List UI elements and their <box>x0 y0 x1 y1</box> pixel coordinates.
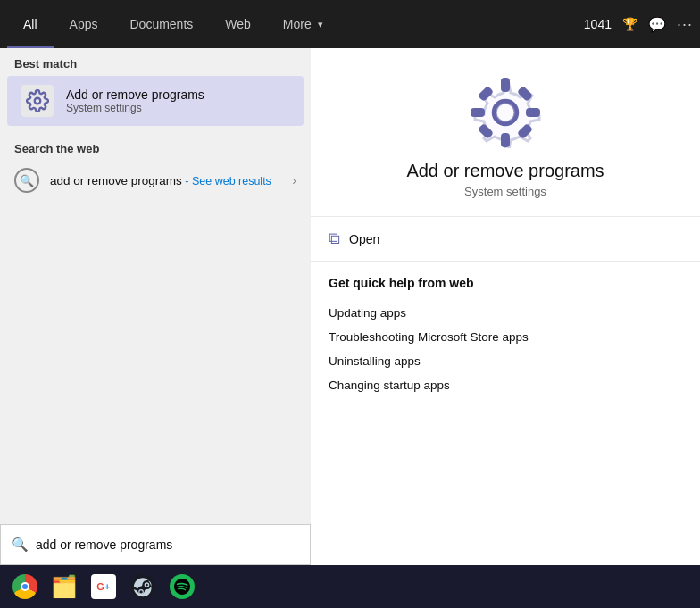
more-dots-icon[interactable]: ··· <box>677 15 693 34</box>
svg-rect-5 <box>472 110 483 115</box>
svg-point-0 <box>35 98 41 104</box>
top-navigation: All Apps Documents Web More ▾ 1041 🏆 💬 ·… <box>0 0 700 48</box>
settings-gear-icon <box>21 85 54 117</box>
quick-help-link-2[interactable]: Uninstalling apps <box>329 349 682 373</box>
taskbar-steam[interactable] <box>125 569 161 604</box>
quick-help-link-0[interactable]: Updating apps <box>329 301 682 325</box>
svg-rect-6 <box>528 110 538 115</box>
search-circle-icon: 🔍 <box>14 168 39 193</box>
search-web-section: Search the web 🔍 add or remove programs … <box>0 126 311 207</box>
open-window-icon: ⧉ <box>329 229 340 248</box>
chat-icon[interactable]: 💬 <box>648 16 666 33</box>
svg-rect-3 <box>503 79 508 90</box>
main-content: Best match Add or remove programs System… <box>0 48 700 572</box>
tab-apps[interactable]: Apps <box>54 0 114 48</box>
taskbar-chrome[interactable] <box>7 569 43 604</box>
best-match-title: Add or remove programs <box>66 87 204 102</box>
trophy-icon[interactable]: 🏆 <box>622 17 638 31</box>
taskbar-file-explorer[interactable]: 🗂️ <box>46 569 82 604</box>
right-panel: Add or remove programs System settings ⧉… <box>311 48 700 572</box>
search-web-text: add or remove programs - See web results <box>50 174 281 187</box>
search-web-item[interactable]: 🔍 add or remove programs - See web resul… <box>0 161 311 200</box>
quick-help-section: Get quick help from web Updating apps Tr… <box>311 262 700 412</box>
taskbar-contacts[interactable]: G + <box>86 569 121 604</box>
tab-documents[interactable]: Documents <box>113 0 209 48</box>
search-input[interactable] <box>36 537 299 552</box>
search-bar: 🔍 <box>0 524 311 565</box>
left-panel: Best match Add or remove programs System… <box>0 48 311 572</box>
open-label: Open <box>349 232 379 246</box>
taskbar: 🗂️ G + <box>0 565 700 608</box>
app-gear-icon-large <box>470 77 541 148</box>
best-match-header: Best match <box>0 48 311 76</box>
chevron-right-icon: › <box>292 173 296 187</box>
search-query-text: add or remove programs <box>50 174 182 187</box>
svg-text:G: G <box>96 581 104 592</box>
quick-help-title: Get quick help from web <box>329 276 682 290</box>
search-icon: 🔍 <box>12 537 29 553</box>
open-button[interactable]: ⧉ Open <box>311 217 700 262</box>
chevron-down-icon: ▾ <box>318 19 323 30</box>
taskbar-spotify[interactable] <box>164 569 200 604</box>
tab-more[interactable]: More ▾ <box>267 0 339 48</box>
best-match-item[interactable]: Add or remove programs System settings <box>7 76 304 126</box>
best-match-subtitle: System settings <box>66 102 204 114</box>
nav-right-area: 1041 🏆 💬 ··· <box>584 15 693 34</box>
app-detail-subtitle: System settings <box>464 185 546 198</box>
score-value: 1041 <box>584 17 612 31</box>
tab-all[interactable]: All <box>7 0 54 48</box>
quick-help-link-3[interactable]: Changing startup apps <box>329 373 682 397</box>
quick-help-link-1[interactable]: Troubleshooting Microsoft Store apps <box>329 325 682 349</box>
app-detail-header: Add or remove programs System settings <box>311 48 700 217</box>
best-match-text: Add or remove programs System settings <box>66 87 204 114</box>
see-web-results-link: - See web results <box>182 175 271 187</box>
tab-web[interactable]: Web <box>209 0 267 48</box>
svg-point-16 <box>146 584 148 587</box>
app-detail-title: Add or remove programs <box>406 161 604 181</box>
svg-rect-4 <box>503 135 508 146</box>
search-web-header: Search the web <box>0 133 311 161</box>
svg-text:+: + <box>104 581 110 592</box>
